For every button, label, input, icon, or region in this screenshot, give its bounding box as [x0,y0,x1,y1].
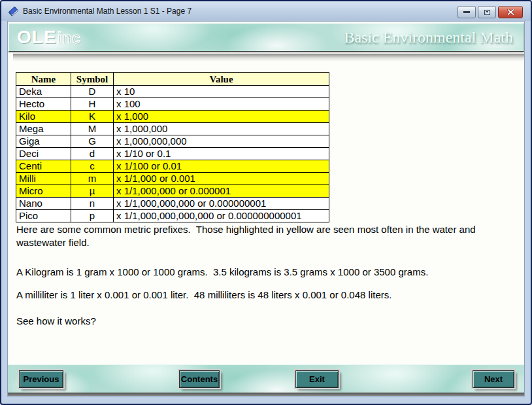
minimize-icon [463,11,470,13]
table-row: Decidx 1/10 or 0.1 [16,148,329,160]
column-header: Name [16,73,71,86]
cell-symbol: M [71,123,114,135]
table-row: GigaGx 1,000,000,000 [16,135,329,148]
column-header: Value [114,73,329,86]
table-row: Microµx 1/1,000,000 or 0.000001 [16,185,329,198]
cell-symbol: p [71,210,114,222]
cell-value: x 1/1,000,000,000 or 0.000000001 [114,198,329,210]
prefix-table-body: DekaDx 10HectoHx 100KiloKx 1,000MegaMx 1… [16,86,329,222]
table-row: Nanonx 1/1,000,000,000 or 0.000000001 [16,198,329,210]
table-row: KiloKx 1,000 [16,111,329,123]
cell-symbol: K [71,111,114,123]
restore-icon [484,10,490,15]
bottom-shadow-strip [8,393,524,396]
cell-value: x 1,000,000 [114,123,329,135]
paragraph: A milliliter is 1 liter x 0.001 or 0.001… [16,289,515,302]
header-band: OLE inc Basic Environmental Math [8,23,524,52]
logo-ole-text: OLE [17,27,57,48]
cell-value: x 1/100 or 0.01 [114,160,329,173]
minimize-button[interactable] [457,6,476,18]
cell-symbol: G [71,135,114,148]
cell-value: x 1/10 or 0.1 [114,148,329,160]
table-row: Centicx 1/100 or 0.01 [16,160,329,173]
ole-inc-logo: OLE inc [17,27,81,48]
previous-button[interactable]: Previous [19,370,63,388]
nav-band: Previous Contents Exit Next [8,364,524,396]
app-window: Basic Environmental Math Lesson 1 S1 - P… [0,0,532,405]
paragraph: See how it works? [16,315,515,328]
cell-name: Deci [16,148,71,160]
close-icon [507,9,514,15]
table-row: DekaDx 10 [16,86,329,98]
cell-value: x 1,000,000,000 [114,135,329,148]
cell-name: Nano [16,198,71,210]
next-button[interactable]: Next [473,370,514,388]
paragraph: A Kilogram is 1 gram x 1000 or 1000 gram… [16,266,515,279]
cell-name: Kilo [16,111,71,123]
caption-buttons [457,6,523,18]
window-title: Basic Environmental Math Lesson 1 S1 - P… [23,7,191,16]
body-text: Here are some common metric prefixes. Th… [16,223,515,338]
cell-value: x 1,000 [114,111,329,123]
contents-button[interactable]: Contents [179,370,220,388]
table-row: Picopx 1/1,000,000,000,000 or 0.00000000… [16,210,329,222]
cell-name: Centi [16,160,71,173]
course-title: Basic Environmental Math [344,29,513,46]
metric-prefix-table: NameSymbolValue DekaDx 10HectoHx 100Kilo… [16,72,329,222]
cell-name: Deka [16,86,71,98]
restore-button[interactable] [478,6,496,18]
cell-name: Micro [16,185,71,198]
cell-value: x 1/1,000,000 or 0.000001 [114,185,329,198]
table-row: Millimx 1/1,000 or 0.001 [16,173,329,185]
cell-symbol: H [71,98,114,111]
cell-symbol: µ [71,185,114,198]
header-band-shadow [13,54,524,62]
page-content: OLE inc Basic Environmental Math NameSym… [7,21,525,396]
table-row: MegaMx 1,000,000 [16,123,329,135]
cell-value: x 1/1,000 or 0.001 [114,173,329,185]
exit-button[interactable]: Exit [295,370,339,388]
cell-symbol: D [71,86,114,98]
cell-name: Giga [16,135,71,148]
cell-value: x 100 [114,98,329,111]
paragraph: Here are some common metric prefixes. Th… [16,223,515,249]
cell-name: Pico [16,210,71,222]
cell-name: Mega [16,123,71,135]
cell-name: Milli [16,173,71,185]
table-row: HectoHx 100 [16,98,329,111]
title-bar[interactable]: Basic Environmental Math Lesson 1 S1 - P… [1,1,531,21]
cell-symbol: d [71,148,114,160]
cell-symbol: c [71,160,114,173]
book-icon [8,6,19,17]
cell-name: Hecto [16,98,71,111]
prefix-table-header-row: NameSymbolValue [16,73,329,86]
column-header: Symbol [71,73,114,86]
cell-value: x 1/1,000,000,000,000 or 0.000000000001 [114,210,329,222]
cell-value: x 10 [114,86,329,98]
logo-inc-text: inc [58,29,81,47]
close-button[interactable] [498,6,523,18]
cell-symbol: n [71,198,114,210]
cell-symbol: m [71,173,114,185]
